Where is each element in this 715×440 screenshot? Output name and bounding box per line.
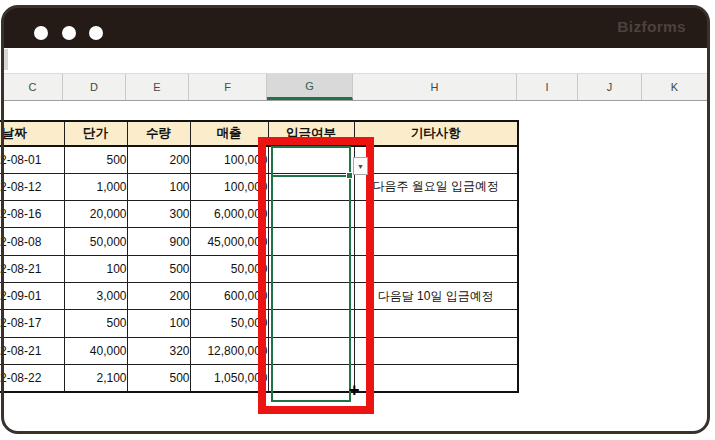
cell-date[interactable]: 2-08-22 [0, 364, 64, 391]
cell-quantity[interactable]: 500 [127, 255, 190, 282]
cell-sales[interactable]: 1,050,000 [190, 364, 268, 391]
cell-unit-price[interactable]: 40,000 [64, 337, 127, 364]
cell-sales[interactable]: 6,000,000 [190, 201, 268, 228]
column-letter-D[interactable]: D [63, 74, 126, 100]
window-titlebar: Bizforms [3, 7, 708, 48]
cell-quantity[interactable]: 100 [127, 310, 190, 337]
cell-notes[interactable] [354, 310, 518, 337]
cell-date[interactable]: 2-08-17 [0, 310, 64, 337]
column-letter-I[interactable]: I [517, 74, 578, 100]
cell-unit-price[interactable]: 3,000 [64, 282, 127, 309]
cell-sales[interactable]: 100,000 [190, 146, 268, 173]
cell-quantity[interactable]: 900 [127, 228, 190, 255]
cell-sales[interactable]: 600,000 [190, 282, 268, 309]
column-letter-K[interactable]: K [642, 74, 708, 100]
column-letter-E[interactable]: E [126, 74, 189, 100]
column-letter-F[interactable]: F [189, 74, 267, 100]
cell-date[interactable]: 2-08-08 [0, 228, 64, 255]
cell-notes[interactable]: 다음주 월요일 입금예정 [354, 173, 518, 200]
cell-unit-price[interactable]: 2,100 [64, 364, 127, 391]
cell-sales[interactable]: 100,000 [190, 173, 268, 200]
cell-notes[interactable] [354, 201, 518, 228]
header-quantity[interactable]: 수량 [127, 121, 190, 146]
column-letter-H[interactable]: H [353, 74, 517, 100]
cell-date[interactable]: 2-08-12 [0, 173, 64, 200]
screenshot-stage: Bizforms C D E F G H I J K 날짜 단가 수량 매출 입… [0, 0, 715, 440]
cell-date[interactable]: 2-09-01 [0, 282, 64, 309]
column-letter-C[interactable]: C [3, 74, 63, 100]
window-dot-icon[interactable] [34, 26, 48, 40]
column-header-row: C D E F G H I J K [3, 73, 708, 101]
cell-notes[interactable] [354, 337, 518, 364]
cell-date[interactable]: 2-08-16 [0, 201, 64, 228]
cell-sales[interactable]: 50,000 [190, 310, 268, 337]
data-validation-dropdown-button[interactable]: ▼ [353, 157, 368, 175]
cell-date[interactable]: 2-08-21 [0, 337, 64, 364]
cell-unit-price[interactable]: 500 [64, 310, 127, 337]
cell-unit-price[interactable]: 100 [64, 255, 127, 282]
header-date[interactable]: 날짜 [0, 121, 64, 146]
cell-quantity[interactable]: 100 [127, 173, 190, 200]
highlight-rectangle [258, 137, 374, 414]
formula-bar-stub [3, 49, 8, 70]
cell-notes[interactable] [354, 255, 518, 282]
window-dot-icon[interactable] [62, 26, 76, 40]
cell-quantity[interactable]: 300 [127, 201, 190, 228]
fill-handle-cursor: + [349, 381, 360, 399]
cell-notes[interactable] [354, 146, 518, 173]
cell-notes[interactable]: 다음달 10일 입금예정 [354, 282, 518, 309]
cell-quantity[interactable]: 200 [127, 146, 190, 173]
cell-unit-price[interactable]: 1,000 [64, 173, 127, 200]
header-unit-price[interactable]: 단가 [64, 121, 127, 146]
cell-unit-price[interactable]: 500 [64, 146, 127, 173]
cell-unit-price[interactable]: 50,000 [64, 228, 127, 255]
column-letter-G-selected[interactable]: G [267, 74, 353, 100]
cell-unit-price[interactable]: 20,000 [64, 201, 127, 228]
cell-date[interactable]: 2-08-01 [0, 146, 64, 173]
brand-logo-text: Bizforms [617, 18, 686, 36]
header-notes[interactable]: 기타사항 [354, 121, 518, 146]
header-sales[interactable]: 매출 [190, 121, 268, 146]
cell-quantity[interactable]: 320 [127, 337, 190, 364]
cell-sales[interactable]: 50,000 [190, 255, 268, 282]
cell-notes[interactable] [354, 364, 518, 391]
cell-sales[interactable]: 12,800,000 [190, 337, 268, 364]
cell-notes[interactable] [354, 228, 518, 255]
chevron-down-icon: ▼ [357, 163, 364, 170]
cell-date[interactable]: 2-08-21 [0, 255, 64, 282]
cell-quantity[interactable]: 200 [127, 282, 190, 309]
column-letter-J[interactable]: J [578, 74, 642, 100]
cell-quantity[interactable]: 500 [127, 364, 190, 391]
window-dot-icon[interactable] [89, 26, 103, 40]
cell-sales[interactable]: 45,000,000 [190, 228, 268, 255]
